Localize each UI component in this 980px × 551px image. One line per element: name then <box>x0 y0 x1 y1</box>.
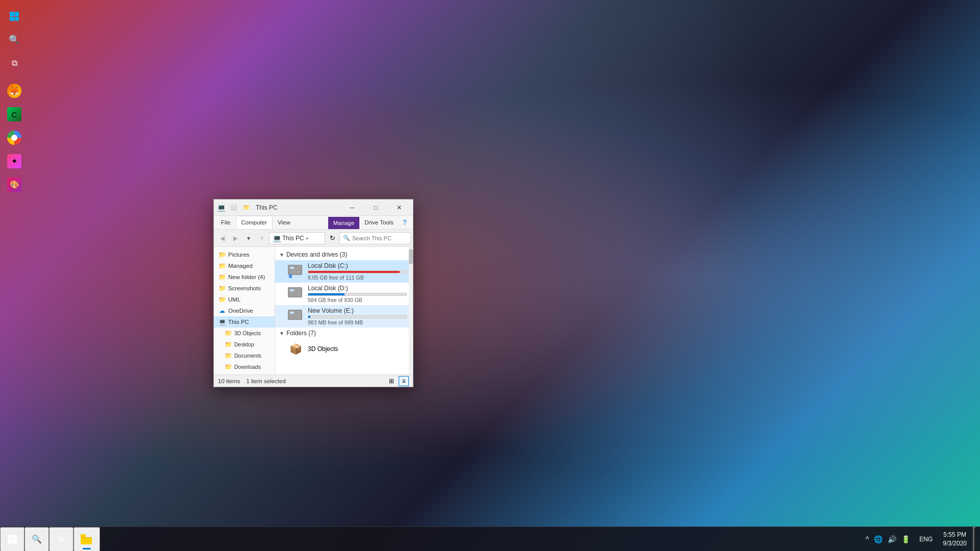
collapse-arrow: ▼ <box>279 252 284 258</box>
this-pc-icon: 💻 <box>218 318 226 326</box>
lang-text: ENG <box>919 536 933 543</box>
close-button[interactable]: ✕ <box>387 199 411 216</box>
drive-e-icon <box>287 308 304 324</box>
nav-onedrive[interactable]: ☁ OneDrive <box>214 305 275 316</box>
nav-label: Screenshots <box>228 285 261 291</box>
start-button[interactable] <box>0 527 24 552</box>
nav-label: Managed <box>228 263 253 269</box>
show-hidden-icons[interactable]: ^ <box>865 534 870 544</box>
nav-desktop[interactable]: 📁 Desktop <box>214 339 275 350</box>
drive-c-bar-container <box>308 270 407 273</box>
back-button[interactable]: ◀ <box>216 232 228 244</box>
address-bar: ◀ ▶ ▾ ↑ 💻 This PC ▸ ↻ 🔍 <box>214 230 413 247</box>
folder-3d-name: 3D Objects <box>308 345 338 353</box>
chrome-icon[interactable] <box>4 128 24 148</box>
folder-icon: 📁 <box>218 284 226 292</box>
nav-downloads[interactable]: 📁 Downloads <box>214 361 275 372</box>
drive-d-bar-container <box>308 293 407 296</box>
drive-c-name: Local Disk (C:) <box>308 262 407 269</box>
nav-3d-objects[interactable]: 📁 3D Objects <box>214 328 275 339</box>
nav-label: OneDrive <box>228 308 253 314</box>
details-view-btn[interactable]: ≡ <box>399 376 409 386</box>
drive-d-bar <box>308 293 345 295</box>
drive-d[interactable]: Local Disk (D:) 584 GB free of 930 GB <box>275 283 413 305</box>
nav-pictures[interactable]: 📁 Pictures <box>214 249 275 260</box>
show-desktop-button[interactable] <box>973 527 976 552</box>
folder-icon: 📁 <box>224 329 232 337</box>
up-button[interactable]: ↑ <box>256 232 268 244</box>
tab-file[interactable]: File <box>216 216 236 229</box>
folder-icon: 📁 <box>218 273 226 281</box>
nav-label: New folder (4) <box>228 274 265 280</box>
refresh-button[interactable]: ↻ <box>326 232 338 244</box>
taskbar-search-button[interactable]: 🔍 <box>24 527 49 552</box>
tab-drive-tools[interactable]: Drive Tools <box>359 216 399 229</box>
drive-c[interactable]: Local Disk (C:) 8.05 GB free of 111 GB <box>275 260 413 283</box>
onedrive-icon: ☁ <box>218 307 226 315</box>
taskbar-right: ^ 🌐 🔊 🔋 ENG 5:55 PM 9/3/2020 <box>863 527 980 552</box>
search-input[interactable] <box>352 235 407 241</box>
search-icon: 🔍 <box>32 534 42 544</box>
nav-label: UML <box>228 296 240 303</box>
file-explorer-window: 💻 ⬜ 📁 This PC ─ □ ✕ File Computer View M… <box>213 199 413 387</box>
drive-c-bar <box>308 271 400 273</box>
taskbar-clock[interactable]: 5:55 PM 9/3/2020 <box>939 531 971 548</box>
folder-icon: 📁 <box>218 295 226 304</box>
folder-3d-objects[interactable]: 📦 3D Objects <box>275 339 413 359</box>
nav-screenshots[interactable]: 📁 Screenshots <box>214 283 275 294</box>
address-path[interactable]: 💻 This PC ▸ <box>269 232 325 244</box>
drive-d-name: Local Disk (D:) <box>308 285 407 292</box>
qat-new-folder-btn[interactable]: 📁 <box>241 203 252 213</box>
notification-area: ^ 🌐 🔊 🔋 <box>863 534 914 544</box>
folder-3d-icon: 📦 <box>287 341 304 357</box>
drive-d-icon <box>287 286 304 302</box>
nav-new-folder[interactable]: 📁 New folder (4) <box>214 271 275 283</box>
nav-managed[interactable]: 📁 Managed <box>214 260 275 271</box>
ribbon-help-btn[interactable]: ? <box>399 216 411 229</box>
search-taskbar-icon[interactable]: 🔍 <box>4 30 24 50</box>
file-explorer-taskbar-item[interactable] <box>74 527 100 552</box>
drive-e-bar <box>308 316 310 318</box>
scrollbar-thumb[interactable] <box>409 249 413 264</box>
folder-icon: 📁 <box>224 352 232 360</box>
devices-section-header[interactable]: ▼ Devices and drives (3) <box>275 249 413 260</box>
nav-uml[interactable]: 📁 UML <box>214 294 275 305</box>
nav-this-pc[interactable]: 💻 This PC <box>214 316 275 328</box>
nav-pane: 📁 Pictures 📁 Managed 📁 New folder (4) 📁 … <box>214 247 275 374</box>
forward-button[interactable]: ▶ <box>229 232 241 244</box>
lang-indicator[interactable]: ENG <box>915 536 937 543</box>
maximize-button[interactable]: □ <box>364 199 387 216</box>
path-text: This PC <box>282 235 304 242</box>
tab-manage[interactable]: Manage <box>328 217 360 229</box>
network-icon[interactable]: 🌐 <box>873 534 884 544</box>
drive-e-info: New Volume (E:) 983 MB free of 999 MB <box>308 307 407 325</box>
firefox-icon[interactable]: 🦊 <box>4 81 24 101</box>
paint-icon[interactable]: 🎨 <box>4 174 24 195</box>
drive-e-name: New Volume (E:) <box>308 307 407 314</box>
task-view-icon[interactable]: ⧉ <box>4 53 24 73</box>
drive-e-free: 983 MB free of 999 MB <box>308 319 407 325</box>
task-view-button[interactable]: ⧉ <box>49 527 74 552</box>
taskbar: 🔍 ⧉ ^ 🌐 🔊 🔋 ENG 5:55 PM 9/3/2020 <box>0 527 980 551</box>
minimize-button[interactable]: ─ <box>340 199 364 216</box>
app-icon-3[interactable]: ✦ <box>4 151 24 171</box>
nav-documents[interactable]: 📁 Documents <box>214 350 275 361</box>
qat-properties-btn[interactable]: ⬜ <box>228 203 238 213</box>
battery-icon[interactable]: 🔋 <box>900 534 911 544</box>
tab-view[interactable]: View <box>273 216 296 229</box>
recent-button[interactable]: ▾ <box>242 232 255 244</box>
volume-icon[interactable]: 🔊 <box>887 534 897 544</box>
tab-computer[interactable]: Computer <box>236 216 273 229</box>
drive-e[interactable]: New Volume (E:) 983 MB free of 999 MB <box>275 305 413 328</box>
windows-icon[interactable] <box>4 6 24 27</box>
search-box[interactable]: 🔍 <box>339 232 411 244</box>
explorer-body: 📁 Pictures 📁 Managed 📁 New folder (4) 📁 … <box>214 247 413 374</box>
nav-label: Desktop <box>234 341 254 347</box>
large-icons-view-btn[interactable]: ⊞ <box>386 376 397 386</box>
drive-e-bar-container <box>308 315 407 318</box>
folders-section-header[interactable]: ▼ Folders (7) <box>275 328 413 339</box>
scrollbar-track[interactable] <box>409 247 413 374</box>
nav-label: Documents <box>234 353 261 359</box>
app-icon-1[interactable]: C <box>4 104 24 124</box>
window-title: This PC <box>256 204 340 211</box>
